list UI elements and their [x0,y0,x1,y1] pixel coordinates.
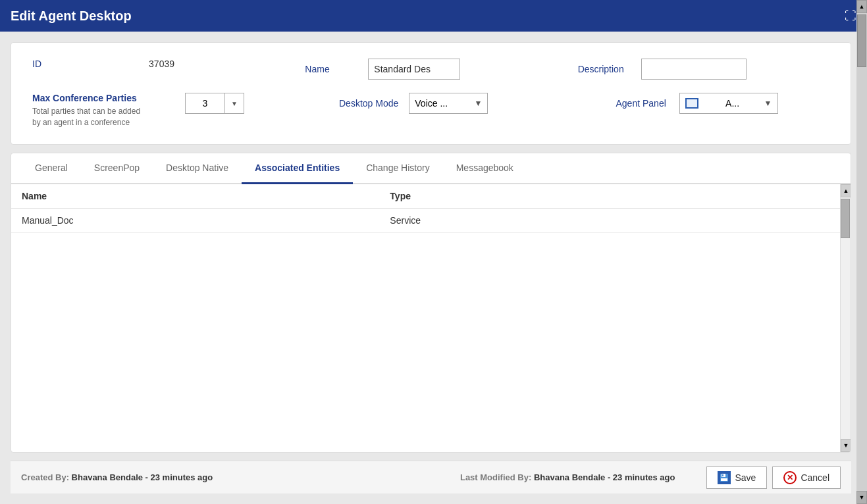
last-modified-label: Last Modified By: [460,472,531,482]
id-value: 37039 [95,59,174,69]
table-header: Name Type [11,184,851,209]
table-scroll-thumb[interactable] [841,199,850,238]
expand-icon[interactable]: ⛶ [845,9,856,23]
scroll-thumb[interactable] [857,14,866,67]
table-scroll-up-btn[interactable]: ▲ [841,184,851,197]
created-by-text: Created By: Bhavana Bendale - 23 minutes… [21,472,213,482]
row-name: Manual_Doc [22,215,390,226]
desktop-mode-group: Desktop Mode Voice ... ▼ [339,93,553,114]
stepper-value: 3 [186,93,225,113]
tab-screenpop[interactable]: ScreenPop [81,153,153,184]
info-panel: ID 37039 Name Description Max Conference… [11,42,851,145]
tabs-header: General ScreenPop Desktop Native Associa… [11,153,851,184]
scroll-down-btn[interactable]: ▼ [856,491,867,504]
created-by-label: Created By: [21,472,69,482]
max-conf-desc: Total parties that can be added by an ag… [32,106,151,128]
name-group: Name [305,59,556,80]
description-input[interactable] [641,59,747,80]
name-label: Name [305,64,357,74]
row-type: Service [390,215,635,226]
title-bar: Edit Agent Desktop ⛶ [0,0,867,32]
description-group: Description [578,59,829,80]
col-type-header: Type [390,191,635,201]
tab-general[interactable]: General [22,153,81,184]
desktop-mode-value: Voice ... [415,98,448,109]
agent-panel-arrow: ▼ [764,99,772,108]
svg-rect-3 [721,478,727,481]
tab-desktop-native[interactable]: Desktop Native [153,153,242,184]
desktop-mode-label: Desktop Mode [339,98,398,109]
save-button[interactable]: Save [706,466,767,489]
last-modified-value: Bhavana Bendale - 23 minutes ago [534,472,675,482]
main-scrollbar[interactable]: ▲ ▼ [856,0,867,504]
stepper-down-btn[interactable]: ▼ [225,93,244,113]
last-modified-text: Last Modified By: Bhavana Bendale - 23 m… [460,472,675,482]
tab-change-history[interactable]: Change History [353,153,443,184]
footer: Created By: Bhavana Bendale - 23 minutes… [11,461,851,493]
created-by-value: Bhavana Bendale - 23 minutes ago [72,472,213,482]
info-row-2: Max Conference Parties Total parties tha… [32,93,829,128]
max-conf-label-block: Max Conference Parties Total parties tha… [32,93,164,128]
save-label: Save [735,472,756,483]
agent-panel-label: Agent Panel [616,98,669,109]
id-group: ID 37039 [32,59,284,69]
desktop-mode-arrow: ▼ [474,99,482,108]
table-row[interactable]: Manual_Doc Service [11,209,851,233]
table-scroll-down-btn[interactable]: ▼ [841,439,851,452]
save-icon [718,471,731,484]
tab-messagebook[interactable]: Messagebook [443,153,527,184]
max-conf-stepper[interactable]: 3 ▼ [185,93,244,114]
agent-panel-select[interactable]: A... ▼ [679,93,778,114]
name-input[interactable] [368,59,460,80]
table-scrollbar[interactable]: ▲ ▼ [840,184,851,452]
entity-table: Name Type Manual_Doc Service ▲ ▼ [11,184,851,452]
cancel-label: Cancel [801,472,829,483]
scroll-up-btn[interactable]: ▲ [856,0,867,13]
content-area: ID 37039 Name Description Max Conference… [0,32,867,504]
max-conf-label: Max Conference Parties [32,93,164,103]
window-title: Edit Agent Desktop [11,9,132,24]
col-name-header: Name [22,191,390,201]
description-label: Description [578,64,631,74]
agent-panel-group: Agent Panel A... ▼ [616,93,830,114]
info-row-1: ID 37039 Name Description [32,59,829,80]
agent-panel-icon [685,98,698,109]
main-window: Edit Agent Desktop ⛶ ID 37039 Name Descr… [0,0,867,504]
svg-rect-2 [722,474,723,476]
cancel-icon: ✕ [783,471,797,484]
tab-associated-entities[interactable]: Associated Entities [242,153,353,184]
agent-panel-value: A... [725,98,739,109]
desktop-mode-select[interactable]: Voice ... ▼ [409,93,488,114]
cancel-button[interactable]: ✕ Cancel [772,466,841,489]
footer-buttons: Save ✕ Cancel [706,466,841,489]
id-label: ID [32,59,85,69]
tabs-panel: General ScreenPop Desktop Native Associa… [11,153,851,453]
